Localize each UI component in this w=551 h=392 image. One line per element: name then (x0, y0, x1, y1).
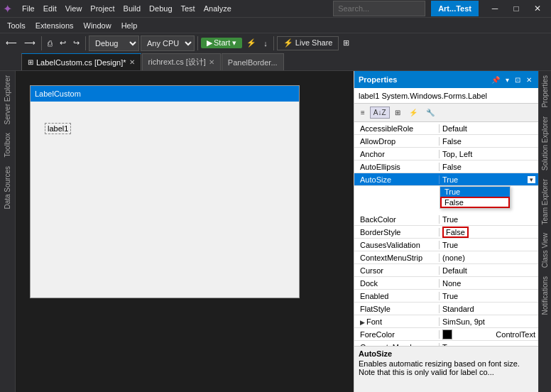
menubar-window[interactable]: Window (80, 20, 116, 31)
borderstyle-value-text: False (442, 227, 469, 238)
tab-close-1[interactable]: ✕ (129, 58, 135, 66)
sidebar-solution-explorer[interactable]: Solution Explorer (540, 112, 550, 175)
prop-value-accessiblerole: Default (440, 124, 538, 133)
toolbar-btn-2[interactable]: ↩ (57, 37, 69, 49)
prop-name-anchor: Anchor (354, 150, 440, 158)
autosize-dropdown-arrow[interactable]: ▾ (528, 176, 535, 183)
prop-value-autosize: True ▾ (440, 175, 538, 184)
props-desc-title: AutoSize (359, 349, 534, 358)
prop-value-enabled: True (440, 292, 538, 300)
tab-close-2[interactable]: ✕ (209, 58, 214, 66)
menubar-debug[interactable]: Debug (145, 3, 176, 14)
menubar-project[interactable]: Project (86, 3, 119, 14)
props-dropdown-button[interactable]: ▾ (503, 75, 511, 85)
props-toolbar: ≡ A↓Z ⊞ ⚡ 🔧 (354, 104, 538, 122)
menubar-extensions[interactable]: Extensions (31, 20, 78, 31)
prop-row-flatstyle[interactable]: FlatStyle Standard (354, 303, 538, 315)
props-pin-button[interactable]: 📌 (489, 75, 502, 85)
prop-row-font[interactable]: ▶Font SimSun, 9pt (354, 315, 538, 328)
dropdown-option-false[interactable]: False (440, 197, 510, 208)
menubar-file[interactable]: File (18, 3, 39, 14)
toolbar-sep3 (197, 36, 198, 50)
toolbar-btn-3[interactable]: ↪ (70, 37, 82, 49)
prop-name-backcolor: BackColor (354, 215, 440, 224)
prop-name-autoellipsis: AutoEllipsis (354, 163, 440, 171)
tab-panelborder[interactable]: PanelBorder... (222, 53, 284, 70)
start-button[interactable]: ▶ ▶ Start Start ▾ (201, 38, 242, 48)
prop-name-flatstyle: FlatStyle (354, 305, 440, 313)
prop-row-forecolor[interactable]: ForeColor ControlText (354, 328, 538, 341)
menubar-edit[interactable]: Edit (39, 3, 61, 14)
props-object-name: label1 System.Windows.Forms.Label (359, 92, 487, 100)
toolbar-extra-btn[interactable]: ⊞ (340, 37, 352, 49)
props-object-selector[interactable]: label1 System.Windows.Forms.Label (354, 88, 538, 104)
prop-name-accessiblerole: AccessibleRole (354, 124, 440, 133)
props-alphabetical-btn[interactable]: A↓Z (370, 107, 390, 119)
titlebar: ✦ File Edit View Project Build Debug Tes… (0, 0, 551, 17)
toolbar-btn-1[interactable]: ⎙ (45, 38, 55, 49)
prop-row-allowdrop[interactable]: AllowDrop False (354, 135, 538, 148)
designer-canvas: LabelCustom label1 (30, 85, 300, 298)
form-label1[interactable]: label1 (45, 123, 71, 134)
debug-config-dropdown[interactable]: Debug Release (89, 36, 139, 51)
forward-button[interactable]: ⟶ (21, 37, 38, 49)
prop-row-cursor[interactable]: Cursor Default (354, 264, 538, 277)
sidebar-properties[interactable]: Properties (540, 71, 550, 112)
toolbar-btn-step[interactable]: ↓ (261, 38, 271, 49)
menubar-tools[interactable]: Tools (3, 20, 30, 31)
prop-name-cursor: Cursor (354, 266, 440, 275)
dropdown-option-true[interactable]: True (440, 187, 510, 197)
form-body[interactable]: label1 (31, 102, 299, 298)
sidebar-class-view[interactable]: Class View (540, 229, 550, 272)
sidebar-notifications[interactable]: Notifications (540, 272, 550, 319)
back-button[interactable]: ⟵ (3, 37, 20, 49)
liveshare-button[interactable]: ⚡ Live Share (277, 36, 339, 50)
prop-row-accessiblerole[interactable]: AccessibleRole Default (354, 122, 538, 135)
prop-row-contextmenustrip[interactable]: ContextMenuStrip (none) (354, 251, 538, 264)
sidebar-toolbox[interactable]: Toolbox (2, 129, 13, 161)
properties-title: Properties (359, 75, 397, 84)
props-float-button[interactable]: ⊡ (513, 75, 523, 85)
props-events-btn[interactable]: ⚡ (405, 107, 421, 119)
search-input[interactable] (333, 1, 425, 16)
props-categorize-btn[interactable]: ≡ (357, 107, 369, 119)
props-property-pages-btn[interactable]: ⊞ (391, 107, 404, 119)
properties-grid: AccessibleRole Default AllowDrop False A… (354, 122, 538, 346)
menubar-view[interactable]: View (61, 3, 87, 14)
font-expand-icon[interactable]: ▶ (360, 319, 365, 326)
prop-value-contextmenustrip: (none) (440, 254, 538, 262)
prop-row-anchor[interactable]: Anchor Top, Left (354, 148, 538, 160)
menubar-help[interactable]: Help (117, 20, 142, 31)
platform-dropdown[interactable]: Any CPU x86 x64 (141, 36, 195, 51)
minimize-button[interactable]: ─ (484, 0, 506, 17)
app-title-button[interactable]: Art...Test (431, 1, 479, 16)
prop-row-causesvalidation[interactable]: CausesValidation True (354, 239, 538, 251)
props-settings-btn[interactable]: 🔧 (422, 107, 438, 119)
props-close-button[interactable]: ✕ (524, 75, 534, 85)
prop-row-autosize[interactable]: AutoSize True ▾ True False (354, 173, 538, 186)
close-button[interactable]: ✕ (527, 0, 548, 17)
sidebar-team-explorer[interactable]: Team Explorer (540, 175, 550, 229)
prop-row-enabled[interactable]: Enabled True (354, 290, 538, 303)
tab-labelcustom-design[interactable]: ⊞ LabelCustom.cs [Design]* ✕ (21, 53, 141, 70)
menubar-test[interactable]: Test (177, 3, 200, 14)
prop-row-generatemember[interactable]: GenerateMember True (354, 341, 538, 346)
menubar-analyze[interactable]: Analyze (200, 3, 236, 14)
prop-row-autoellipsis[interactable]: AutoEllipsis False (354, 160, 538, 173)
tab-richtext[interactable]: richrext.cs [设计] ✕ (142, 53, 221, 70)
prop-row-borderstyle[interactable]: BorderStyle False (354, 226, 538, 239)
prop-value-cursor: Default (440, 266, 538, 275)
prop-name-font: ▶Font (354, 317, 440, 326)
prop-name-autosize: AutoSize (354, 175, 440, 184)
form-title-label: LabelCustom (35, 89, 81, 98)
right-side-panel: Properties Solution Explorer Team Explor… (538, 71, 551, 392)
prop-row-backcolor[interactable]: BackColor True (354, 213, 538, 226)
menubar-build[interactable]: Build (119, 3, 145, 14)
toolbar-btn-attach[interactable]: ⚡ (244, 37, 259, 49)
tab-bar: ⊞ LabelCustom.cs [Design]* ✕ richrext.cs… (0, 53, 551, 71)
sidebar-data-sources[interactable]: Data Sources (2, 162, 13, 214)
maximize-button[interactable]: □ (506, 0, 527, 17)
sidebar-server-explorer[interactable]: Server Explorer (2, 71, 13, 129)
start-icon: ▶ (207, 38, 212, 48)
prop-row-dock[interactable]: Dock None (354, 277, 538, 290)
